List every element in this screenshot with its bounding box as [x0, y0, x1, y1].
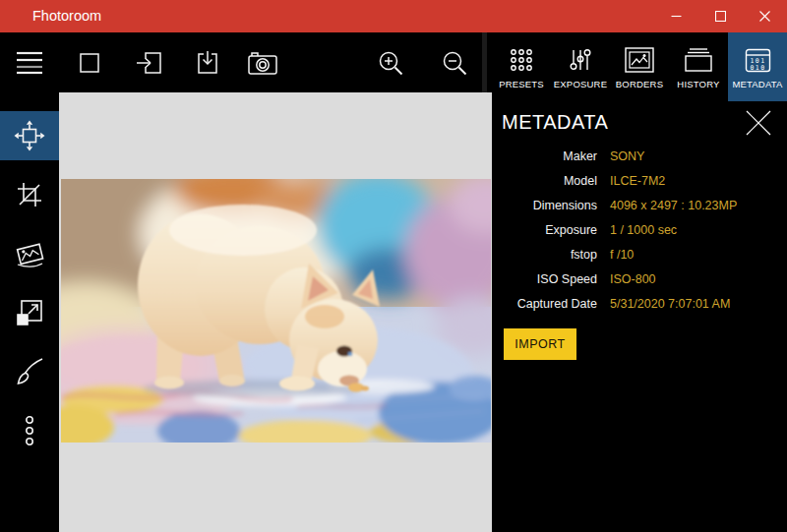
sidebar-item-pan[interactable]: [0, 111, 59, 160]
field-value: 1 / 1000 sec: [610, 223, 677, 237]
metadata-icon: 101 010: [745, 43, 771, 77]
field-value: 4096 x 2497 : 10.23MP: [610, 199, 737, 212]
pan-move-icon: [14, 120, 45, 151]
field-row-captured-date: Captured Date 5/31/2020 7:07:01 AM: [492, 291, 787, 316]
tab-borders[interactable]: BORDERS: [610, 32, 669, 101]
field-label: Model: [492, 174, 597, 188]
tab-history[interactable]: HISTORY: [669, 32, 728, 101]
close-icon: [759, 11, 770, 22]
minimize-button[interactable]: [654, 0, 698, 32]
field-value: 5/31/2020 7:07:01 AM: [610, 297, 730, 311]
tab-exposure[interactable]: EXPOSURE: [551, 32, 610, 101]
close-button[interactable]: [743, 0, 787, 32]
field-value: SONY: [610, 149, 644, 163]
tool-sidebar: [0, 92, 59, 532]
zoom-in-icon: [378, 50, 403, 76]
sidebar-item-straighten[interactable]: [0, 229, 59, 278]
metadata-fields: Maker SONY Model ILCE-7M2 Dimensions 409…: [492, 144, 787, 316]
titlebar: Fhotoroom: [0, 0, 787, 32]
resize-icon: [15, 298, 44, 327]
panel-title: METADATA: [502, 111, 608, 134]
crop-icon: [16, 181, 43, 208]
camera-button[interactable]: [241, 32, 284, 92]
metadata-panel: PRESETS EXPOSURE BORDERS: [492, 32, 787, 532]
field-label: Maker: [492, 149, 597, 163]
minimize-icon: [671, 11, 682, 22]
photo-canvas[interactable]: [61, 179, 491, 443]
tab-metadata[interactable]: 101 010 METADATA: [728, 32, 787, 101]
exposure-icon: [568, 43, 593, 77]
zoom-out-button[interactable]: [433, 32, 476, 92]
field-value: ISO-800: [610, 272, 656, 286]
window-controls: [654, 0, 787, 32]
field-label: fstop: [492, 248, 597, 262]
app-title: Fhotoroom: [32, 0, 101, 32]
borders-icon: [625, 43, 654, 77]
field-row-maker: Maker SONY: [492, 144, 787, 168]
maximize-icon: [715, 11, 726, 22]
sidebar-item-resize[interactable]: [0, 288, 59, 337]
field-value: ILCE-7M2: [610, 174, 665, 188]
field-row-dimensions: Dimensions 4096 x 2497 : 10.23MP: [492, 193, 787, 217]
field-label: Dimensions: [492, 199, 597, 212]
square-icon: [80, 53, 99, 73]
straighten-photo-icon: [14, 239, 45, 268]
zoom-out-icon: [442, 50, 467, 76]
tab-label: HISTORY: [677, 79, 719, 89]
maximize-button[interactable]: [698, 0, 743, 32]
brush-icon: [15, 357, 44, 386]
presets-icon: [510, 43, 533, 77]
import-button[interactable]: IMPORT: [504, 328, 576, 360]
field-row-exposure: Exposure 1 / 1000 sec: [492, 217, 787, 242]
top-toolbar: [0, 32, 492, 92]
editor-canvas: [59, 92, 492, 532]
zoom-in-button[interactable]: [369, 32, 412, 92]
tab-label: BORDERS: [616, 79, 663, 89]
tab-label: METADATA: [732, 79, 782, 89]
more-dots-icon: [25, 416, 34, 445]
tab-label: EXPOSURE: [554, 79, 607, 89]
history-icon: [684, 43, 713, 77]
menu-button[interactable]: [8, 32, 51, 92]
field-label: Exposure: [492, 223, 597, 237]
sidebar-item-more[interactable]: [0, 406, 59, 455]
svg-text:010: 010: [750, 63, 765, 71]
save-button[interactable]: [186, 32, 229, 92]
field-value: f /10: [610, 248, 634, 262]
import-icon: [136, 51, 162, 75]
tab-label: PRESETS: [499, 79, 544, 89]
sidebar-item-crop[interactable]: [0, 170, 59, 219]
field-label: Captured Date: [492, 297, 597, 311]
toolbar-divider: [482, 32, 487, 92]
field-label: ISO Speed: [492, 272, 597, 286]
tab-presets[interactable]: PRESETS: [492, 32, 551, 101]
import-image-button[interactable]: [127, 32, 170, 92]
hamburger-icon: [17, 51, 42, 75]
panel-tabs: PRESETS EXPOSURE BORDERS: [492, 32, 787, 101]
field-row-model: Model ILCE-7M2: [492, 168, 787, 193]
panel-close-button[interactable]: [742, 106, 775, 140]
camera-icon: [248, 50, 277, 75]
field-row-fstop: fstop f /10: [492, 242, 787, 266]
field-row-iso: ISO Speed ISO-800: [492, 266, 787, 291]
kitten-photo: [61, 179, 491, 443]
close-x-icon: [744, 108, 773, 138]
save-download-icon: [195, 50, 220, 75]
new-canvas-button[interactable]: [68, 32, 111, 92]
sidebar-item-brush[interactable]: [0, 347, 59, 396]
